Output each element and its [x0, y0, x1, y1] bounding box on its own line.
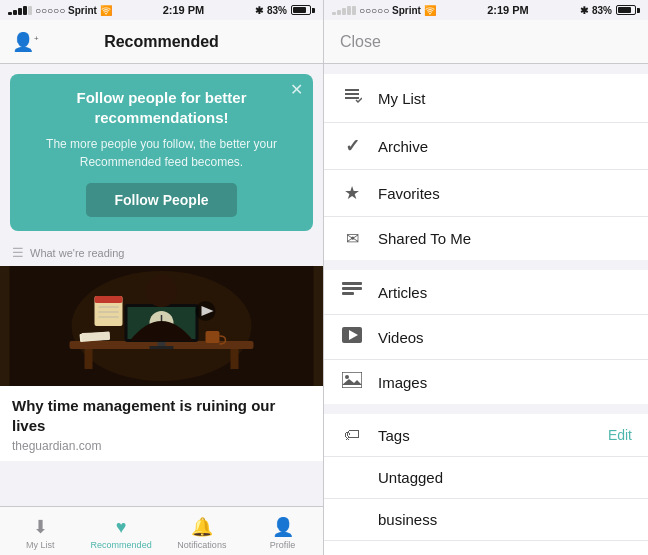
article-title: Why time management is ruining our lives — [12, 396, 311, 435]
profile-icon: 👤 — [272, 516, 294, 538]
battery-right — [616, 5, 640, 15]
shared-menu-icon: ✉ — [340, 229, 364, 248]
close-promo-button[interactable]: ✕ — [290, 80, 303, 99]
nav-profile[interactable]: 👤 Profile — [242, 512, 323, 550]
articles-menu-icon — [340, 282, 364, 302]
favorites-menu-label: Favorites — [378, 185, 632, 202]
right-panel: ○○○○○ Sprint 🛜 2:19 PM ✱ 83% Close — [324, 0, 648, 555]
battery-left — [291, 5, 315, 15]
svg-rect-13 — [95, 296, 123, 303]
favorites-menu-icon: ★ — [340, 182, 364, 204]
left-panel: ○○○○○ Sprint 🛜 2:19 PM ✱ 83% 👤+ Recommen… — [0, 0, 324, 555]
notifications-icon: 🔔 — [191, 516, 213, 538]
menu-item-my-list[interactable]: My List — [324, 74, 648, 123]
status-bar-left: ○○○○○ Sprint 🛜 2:19 PM ✱ 83% — [0, 0, 323, 20]
battery-pct-right: 83% — [592, 5, 612, 16]
carrier-left: ○○○○○ Sprint 🛜 — [8, 5, 112, 16]
tags-title: Tags — [378, 427, 594, 444]
signal-dots-left — [8, 6, 32, 15]
svg-rect-4 — [231, 349, 239, 369]
carrier-right: ○○○○○ Sprint 🛜 — [332, 5, 436, 16]
right-icons-left: ✱ 83% — [255, 5, 315, 16]
section-label-text: What we're reading — [30, 247, 124, 259]
svg-rect-11 — [150, 346, 174, 349]
menu-item-videos[interactable]: Videos — [324, 315, 648, 360]
article-card-body: Why time management is ruining our lives… — [0, 386, 323, 461]
menu-item-shared[interactable]: ✉ Shared To Me — [324, 217, 648, 260]
right-menu-scroll: My List ✓ Archive ★ Favorites ✉ Shared T… — [324, 64, 648, 555]
bluetooth-icon-right: ✱ — [580, 5, 588, 16]
svg-rect-23 — [342, 282, 362, 285]
videos-menu-icon — [340, 327, 364, 347]
nav-my-list[interactable]: ⬇ My List — [0, 512, 81, 550]
right-nav-header: Close — [324, 20, 648, 64]
menu-item-articles[interactable]: Articles — [324, 270, 648, 315]
bluetooth-icon-left: ✱ — [255, 5, 263, 16]
images-menu-icon — [340, 372, 364, 392]
svg-rect-28 — [342, 372, 362, 388]
carrier-name-left: ○○○○○ Sprint — [35, 5, 97, 16]
nav-recommended-label: Recommended — [91, 540, 152, 550]
menu-item-favorites[interactable]: ★ Favorites — [324, 170, 648, 217]
menu-group-2: Articles Videos Images — [324, 270, 648, 404]
my-list-menu-label: My List — [378, 90, 632, 107]
tags-header: 🏷 Tags Edit — [324, 414, 648, 457]
menu-item-images[interactable]: Images — [324, 360, 648, 404]
promo-card: ✕ Follow people for better recommendatio… — [10, 74, 313, 231]
promo-title: Follow people for better recommendations… — [26, 88, 297, 127]
svg-point-17 — [146, 275, 178, 307]
archive-menu-label: Archive — [378, 138, 632, 155]
nav-notifications[interactable]: 🔔 Notifications — [162, 512, 243, 550]
nav-recommended[interactable]: ♥ Recommended — [81, 513, 162, 550]
wifi-icon-left: 🛜 — [100, 5, 112, 16]
svg-point-29 — [345, 375, 349, 379]
bottom-navigation: ⬇ My List ♥ Recommended 🔔 Notifications … — [0, 506, 323, 555]
signal-dots-right — [332, 6, 356, 15]
svg-rect-18 — [206, 331, 220, 343]
article-card[interactable]: Why time management is ruining our lives… — [0, 266, 323, 461]
recommended-icon: ♥ — [116, 517, 127, 538]
menu-group-1: My List ✓ Archive ★ Favorites ✉ Shared T… — [324, 74, 648, 260]
article-image — [0, 266, 323, 386]
add-user-icon[interactable]: 👤+ — [12, 31, 39, 53]
close-button[interactable]: Close — [340, 33, 381, 51]
tag-item-electronics[interactable]: electronics — [324, 541, 648, 555]
svg-marker-30 — [342, 379, 362, 385]
tag-header-icon: 🏷 — [340, 426, 364, 444]
svg-rect-25 — [342, 292, 354, 295]
page-title: Recommended — [104, 33, 219, 51]
svg-rect-24 — [342, 287, 362, 290]
reading-icon: ☰ — [12, 245, 24, 260]
left-nav-header: 👤+ Recommended — [0, 20, 323, 64]
images-menu-label: Images — [378, 374, 632, 391]
carrier-name-right: ○○○○○ Sprint — [359, 5, 421, 16]
section-label: ☰ What we're reading — [0, 239, 323, 266]
my-list-icon: ⬇ — [33, 516, 48, 538]
nav-profile-label: Profile — [270, 540, 296, 550]
wifi-icon-right: 🛜 — [424, 5, 436, 16]
svg-rect-3 — [85, 349, 93, 369]
time-left: 2:19 PM — [163, 4, 205, 16]
tags-section: 🏷 Tags Edit Untagged business electronic… — [324, 414, 648, 555]
battery-pct-left: 83% — [267, 5, 287, 16]
tags-edit-button[interactable]: Edit — [608, 427, 632, 443]
article-source: theguardian.com — [12, 439, 311, 453]
promo-description: The more people you follow, the better y… — [26, 135, 297, 171]
tag-item-business[interactable]: business — [324, 499, 648, 541]
archive-menu-icon: ✓ — [340, 135, 364, 157]
nav-my-list-label: My List — [26, 540, 55, 550]
svg-rect-10 — [158, 342, 166, 346]
articles-menu-label: Articles — [378, 284, 632, 301]
time-right: 2:19 PM — [487, 4, 529, 16]
status-bar-right: ○○○○○ Sprint 🛜 2:19 PM ✱ 83% — [324, 0, 648, 20]
follow-people-button[interactable]: Follow People — [86, 183, 236, 217]
menu-item-archive[interactable]: ✓ Archive — [324, 123, 648, 170]
svg-rect-20 — [82, 332, 110, 341]
tag-item-untagged[interactable]: Untagged — [324, 457, 648, 499]
right-icons-right: ✱ 83% — [580, 5, 640, 16]
shared-menu-label: Shared To Me — [378, 230, 632, 247]
nav-notifications-label: Notifications — [177, 540, 226, 550]
my-list-menu-icon — [340, 86, 364, 110]
videos-menu-label: Videos — [378, 329, 632, 346]
